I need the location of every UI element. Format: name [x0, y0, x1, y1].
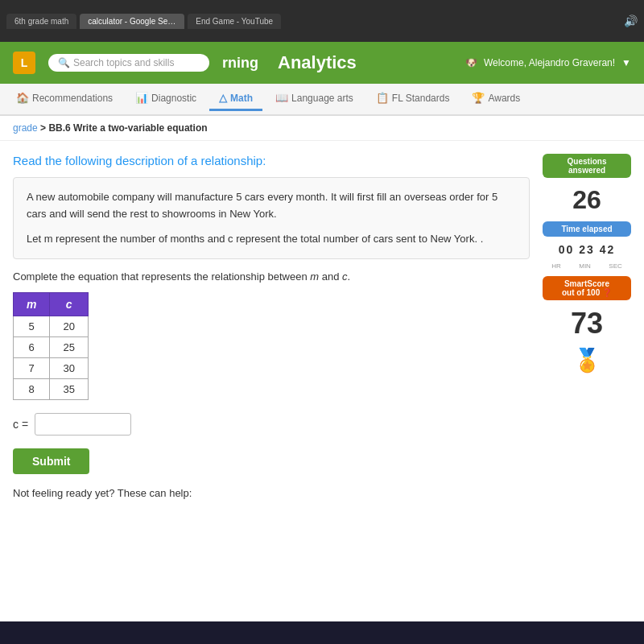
questions-answered-label: Questions answered	[543, 154, 631, 178]
table-cell-c: 20	[50, 316, 88, 337]
tab-language-arts[interactable]: 📖 Language arts	[266, 87, 363, 111]
time-unit-min: MIN	[579, 262, 591, 270]
top-nav: L 🔍 Search topics and skills rning Analy…	[0, 42, 644, 84]
tab-math[interactable]: △ Math	[209, 87, 262, 111]
table-cell-c: 30	[50, 358, 88, 379]
smart-label: SmartScore	[564, 279, 609, 288]
tab-diagnostic-label: Diagnostic	[151, 93, 196, 104]
breadcrumb-problem: BB.6 Write a two-variable equation	[48, 122, 207, 134]
time-min: 23	[579, 243, 595, 256]
complete-prompt: Complete the equation that represents th…	[13, 270, 530, 283]
description-box: A new automobile company will manufactur…	[13, 177, 530, 259]
analytics-title: Analytics	[278, 52, 357, 73]
awards-icon: 🏆	[472, 92, 485, 104]
language-arts-icon: 📖	[275, 92, 288, 104]
tab-recommendations[interactable]: 🏠 Recommendations	[6, 87, 122, 111]
tab-awards-label: Awards	[488, 93, 520, 104]
table-header-c: c	[50, 293, 88, 316]
tab-math-label: Math	[230, 93, 253, 104]
time-unit-hr: HR	[551, 262, 561, 270]
dog-icon: 🐶	[465, 57, 477, 68]
table-row: 520	[14, 316, 89, 337]
time-elapsed-label: Time elapsed	[543, 221, 631, 237]
left-panel: Read the following description of a rela…	[13, 154, 530, 608]
time-labels: HR MIN SEC	[543, 262, 631, 270]
smart-score-value: 73	[571, 307, 603, 341]
equation-label: c =	[13, 418, 28, 431]
table-cell-m: 5	[14, 316, 50, 337]
volume-icon: 🔊	[624, 14, 638, 27]
tab-awards[interactable]: 🏆 Awards	[462, 87, 530, 111]
right-panel: Questions answered 26 Time elapsed 00 23…	[543, 154, 631, 608]
smart-sublabel: out of 100	[562, 288, 600, 297]
search-placeholder: Search topics and skills	[73, 57, 174, 68]
nav-right: 🐶 Welcome, Alejandro Graveran! ▼	[465, 57, 631, 68]
math-table: m c 520625730835	[13, 292, 89, 400]
table-row: 730	[14, 358, 89, 379]
description-text-1: A new automobile company will manufactur…	[27, 189, 516, 223]
breadcrumb-arrow: >	[40, 122, 48, 134]
math-icon: △	[219, 92, 227, 104]
table-cell-c: 25	[50, 337, 88, 358]
questions-answered-value: 26	[572, 184, 601, 215]
tab-calculator[interactable]: calculator - Google Search	[80, 14, 184, 29]
table-header-m: m	[14, 293, 50, 316]
submit-button[interactable]: Submit	[13, 448, 89, 474]
time-value: 00 23 42	[559, 243, 616, 256]
nav-learning: rning	[222, 55, 258, 72]
description-text-2: Let m represent the number of months and…	[27, 231, 516, 248]
tab-fl-standards[interactable]: 📋 FL Standards	[366, 87, 460, 111]
tab-math[interactable]: 6th grade math	[6, 14, 76, 29]
answer-input[interactable]	[35, 413, 131, 436]
time-unit-sec: SEC	[609, 262, 621, 270]
question-description-prompt: Read the following description of a rela…	[13, 154, 530, 167]
main-content: Read the following description of a rela…	[0, 141, 644, 621]
logo: L	[13, 52, 35, 74]
table-cell-m: 8	[14, 379, 50, 400]
time-sec: 42	[600, 243, 616, 256]
browser-chrome: 6th grade math calculator - Google Searc…	[0, 0, 644, 42]
smart-score-label: SmartScore out of 100 ❓	[543, 276, 631, 300]
tab-recommendations-label: Recommendations	[32, 93, 113, 104]
not-ready-text: Not feeling ready yet? These can help:	[13, 487, 530, 499]
breadcrumb: grade > BB.6 Write a two-variable equati…	[0, 116, 644, 141]
table-row: 625	[14, 337, 89, 358]
welcome-text: Welcome, Alejandro Graveran!	[484, 57, 615, 68]
table-cell-m: 7	[14, 358, 50, 379]
tab-language-arts-label: Language arts	[291, 93, 353, 104]
search-icon: 🔍	[58, 57, 70, 68]
medal-icon: 🏅	[573, 347, 601, 374]
recommendations-icon: 🏠	[16, 92, 29, 104]
table-cell-c: 35	[50, 379, 88, 400]
answer-row: c =	[13, 413, 530, 436]
time-hr: 00	[559, 243, 575, 256]
table-cell-m: 6	[14, 337, 50, 358]
tab-diagnostic[interactable]: 📊 Diagnostic	[126, 87, 206, 111]
tabs-row: 🏠 Recommendations 📊 Diagnostic △ Math 📖 …	[0, 84, 644, 116]
tab-fl-standards-label: FL Standards	[392, 93, 450, 104]
breadcrumb-grade[interactable]: grade	[13, 122, 38, 134]
fl-standards-icon: 📋	[376, 92, 389, 104]
page: L 🔍 Search topics and skills rning Analy…	[0, 42, 644, 621]
diagnostic-icon: 📊	[135, 92, 148, 104]
search-bar[interactable]: 🔍 Search topics and skills	[48, 54, 209, 72]
dropdown-icon[interactable]: ▼	[621, 57, 631, 68]
table-row: 835	[14, 379, 89, 400]
tab-youtube[interactable]: End Game - YouTube	[188, 14, 281, 29]
